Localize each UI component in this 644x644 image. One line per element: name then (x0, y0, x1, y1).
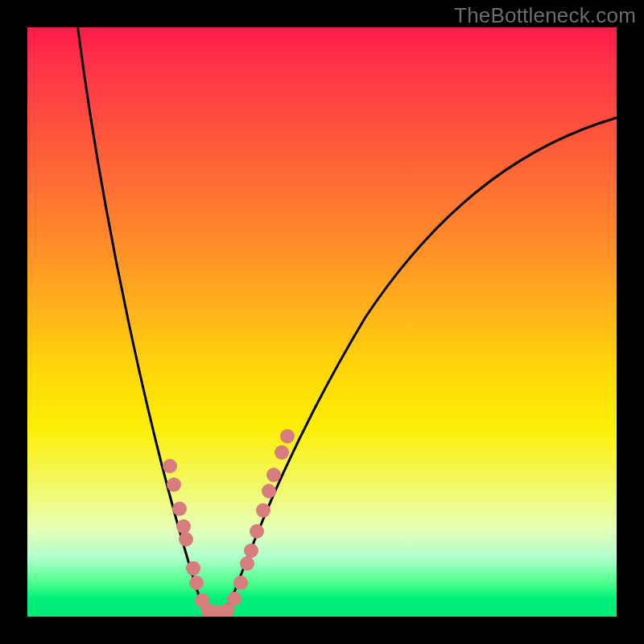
data-point-dot (244, 543, 258, 558)
data-point-dot (280, 429, 295, 444)
data-point-dot (262, 484, 276, 498)
data-point-dot (176, 519, 191, 534)
data-point-dot (227, 592, 242, 606)
data-point-dot (256, 503, 270, 518)
data-point-dot (167, 477, 181, 492)
dot-group (163, 429, 295, 617)
data-point-dot (189, 576, 204, 590)
data-point-dot (186, 561, 200, 576)
data-point-dot (250, 524, 264, 539)
data-point-dot (240, 556, 254, 571)
data-point-dot (163, 459, 177, 473)
watermark-text: TheBottleneck.com (454, 3, 636, 28)
data-point-dot (179, 532, 193, 547)
right-curve (225, 116, 617, 612)
chart-frame: TheBottleneck.com (0, 0, 644, 644)
data-point-dot (172, 502, 187, 516)
curve-layer (27, 27, 617, 617)
data-point-dot (266, 468, 281, 482)
data-point-dot (275, 445, 289, 460)
plot-area (27, 27, 617, 617)
left-curve (76, 27, 225, 614)
data-point-dot (233, 576, 248, 590)
